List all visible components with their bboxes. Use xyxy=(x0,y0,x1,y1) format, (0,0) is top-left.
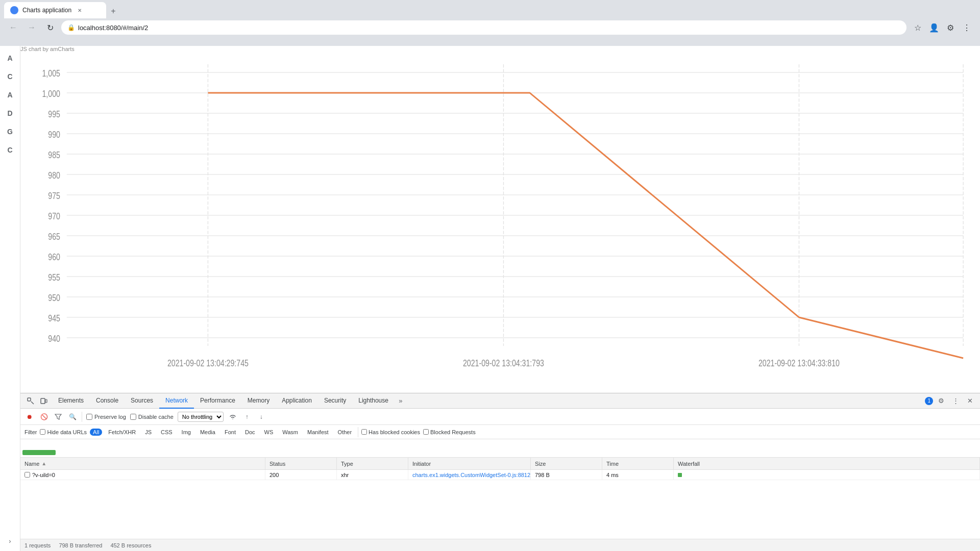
reload-button[interactable]: ↻ xyxy=(43,20,57,35)
svg-text:2021-09-02 13:04:29:745: 2021-09-02 13:04:29:745 xyxy=(167,359,249,368)
url-bar[interactable]: 🔒 localhost:8080/#/main/2 xyxy=(61,20,906,35)
sidebar-item-2[interactable]: A xyxy=(2,87,18,103)
th-size[interactable]: Size xyxy=(531,458,602,469)
filter-type-media[interactable]: Media xyxy=(197,429,218,436)
td-type: xhr xyxy=(337,470,408,480)
preserve-log-checkbox[interactable]: Preserve log xyxy=(86,414,126,420)
throttle-select[interactable]: No throttling Fast 3G Slow 3G Offline xyxy=(178,412,224,422)
td-name[interactable]: ?v-uild=0 xyxy=(20,470,265,480)
address-actions: ☆ 👤 ⚙ ⋮ xyxy=(911,20,974,35)
chart-area: JS chart by amCharts 1,005 1,000 995 990… xyxy=(20,46,980,393)
new-tab-button[interactable]: + xyxy=(106,4,120,18)
devtools-left-actions xyxy=(24,395,50,407)
tab-network[interactable]: Network xyxy=(159,393,194,409)
sidebar-item-1[interactable]: C xyxy=(2,68,18,85)
td-time: 4 ms xyxy=(602,470,674,480)
tab-application[interactable]: Application xyxy=(276,393,318,409)
th-initiator[interactable]: Initiator xyxy=(408,458,531,469)
th-waterfall[interactable]: Waterfall xyxy=(674,458,980,469)
sidebar-item-4[interactable]: G xyxy=(2,123,18,140)
sidebar-item-3[interactable]: D xyxy=(2,105,18,121)
filter-type-doc[interactable]: Doc xyxy=(242,429,258,436)
menu-button[interactable]: ⋮ xyxy=(960,20,974,35)
export-button[interactable]: ↓ xyxy=(256,412,266,422)
sidebar-item-0[interactable]: A xyxy=(2,50,18,66)
hide-data-urls-checkbox[interactable]: Hide data URLs xyxy=(40,429,87,435)
tab-security[interactable]: Security xyxy=(318,393,352,409)
back-button[interactable]: ← xyxy=(6,20,20,35)
has-blocked-cookies-checkbox[interactable]: Has blocked cookies xyxy=(361,429,420,435)
svg-text:1,000: 1,000 xyxy=(42,89,60,99)
waterfall-bar xyxy=(678,473,682,477)
tab-title: Charts application xyxy=(22,7,71,14)
disable-cache-checkbox[interactable]: Disable cache xyxy=(130,414,174,420)
filter-type-all[interactable]: All xyxy=(90,429,102,436)
filter-bar: Filter Hide data URLs All Fetch/XHR JS C… xyxy=(20,425,980,439)
td-status: 200 xyxy=(265,470,337,480)
filter-type-js[interactable]: JS xyxy=(142,429,155,436)
device-toolbar-button[interactable] xyxy=(38,395,50,407)
requests-count: 1 requests xyxy=(24,542,51,548)
tab-memory[interactable]: Memory xyxy=(241,393,276,409)
svg-text:940: 940 xyxy=(48,334,60,344)
devtools-more-button[interactable]: ⋮ xyxy=(949,395,962,407)
search-button[interactable]: 🔍 xyxy=(67,412,78,422)
chart-svg: 1,005 1,000 995 990 985 980 975 970 965 … xyxy=(31,64,970,391)
svg-text:955: 955 xyxy=(48,273,60,283)
svg-text:960: 960 xyxy=(48,253,60,262)
tab-performance[interactable]: Performance xyxy=(194,393,241,409)
svg-rect-36 xyxy=(28,398,31,401)
devtools-header: Elements Console Sources Network Perform… xyxy=(20,393,980,409)
filter-type-other[interactable]: Other xyxy=(335,429,355,436)
th-time[interactable]: Time xyxy=(602,458,674,469)
devtools-close-button[interactable]: ✕ xyxy=(964,395,976,407)
active-tab[interactable]: Charts application ✕ xyxy=(4,2,106,18)
filter-type-fetch-xhr[interactable]: Fetch/XHR xyxy=(105,429,139,436)
wifi-button[interactable] xyxy=(228,412,238,422)
filter-type-wasm[interactable]: Wasm xyxy=(279,429,301,436)
console-badge: 1 xyxy=(925,397,933,405)
tab-bar: Charts application ✕ + xyxy=(0,0,980,18)
th-name[interactable]: Name ▲ xyxy=(20,458,265,469)
network-table[interactable]: Name ▲ Status Type Initiator Size xyxy=(20,458,980,539)
row-checkbox[interactable] xyxy=(24,472,30,478)
expand-panel-btn[interactable]: › xyxy=(4,535,16,547)
filter-type-manifest[interactable]: Manifest xyxy=(304,429,332,436)
filter-button[interactable] xyxy=(53,412,63,422)
td-initiator[interactable]: charts.ex1.widgets.CustomWidgetSet-0.js:… xyxy=(408,470,531,480)
tab-lighthouse[interactable]: Lighthouse xyxy=(352,393,395,409)
svg-text:950: 950 xyxy=(48,293,60,303)
status-bar: 1 requests 798 B transferred 452 B resou… xyxy=(20,539,980,551)
filter-type-font[interactable]: Font xyxy=(222,429,239,436)
filter-type-css[interactable]: CSS xyxy=(158,429,176,436)
tab-close-button[interactable]: ✕ xyxy=(76,6,84,14)
content-wrapper: JS chart by amCharts 1,005 1,000 995 990… xyxy=(20,46,980,551)
extension-button[interactable]: ⚙ xyxy=(943,20,958,35)
inspect-element-button[interactable] xyxy=(24,395,37,407)
table-row[interactable]: ?v-uild=0 200 xhr charts.ex1.widgets.Cus… xyxy=(20,470,980,480)
tab-elements[interactable]: Elements xyxy=(52,393,90,409)
profile-button[interactable]: 👤 xyxy=(927,20,941,35)
filter-type-ws[interactable]: WS xyxy=(261,429,277,436)
svg-text:985: 985 xyxy=(48,151,60,160)
blocked-requests-checkbox[interactable]: Blocked Requests xyxy=(423,429,476,435)
more-tabs-button[interactable]: » xyxy=(395,395,407,407)
clear-button[interactable]: 🚫 xyxy=(39,412,49,422)
svg-text:945: 945 xyxy=(48,314,60,323)
th-status[interactable]: Status xyxy=(265,458,337,469)
sidebar-item-5[interactable]: C xyxy=(2,142,18,158)
import-button[interactable]: ↑ xyxy=(242,412,252,422)
url-lock-icon: 🔒 xyxy=(67,24,75,31)
svg-text:2021-09-02 13:04:31:793: 2021-09-02 13:04:31:793 xyxy=(463,359,544,368)
svg-text:975: 975 xyxy=(48,191,60,201)
tab-console[interactable]: Console xyxy=(90,393,125,409)
devtools-settings-button[interactable]: ⚙ xyxy=(935,395,947,407)
svg-text:1,005: 1,005 xyxy=(42,69,60,79)
tab-sources[interactable]: Sources xyxy=(125,393,159,409)
bookmark-button[interactable]: ☆ xyxy=(911,20,925,35)
th-type[interactable]: Type xyxy=(337,458,408,469)
filter-type-img[interactable]: Img xyxy=(179,429,194,436)
svg-text:980: 980 xyxy=(48,171,60,181)
forward-button[interactable]: → xyxy=(24,20,39,35)
record-button[interactable]: ⏺ xyxy=(24,412,35,422)
